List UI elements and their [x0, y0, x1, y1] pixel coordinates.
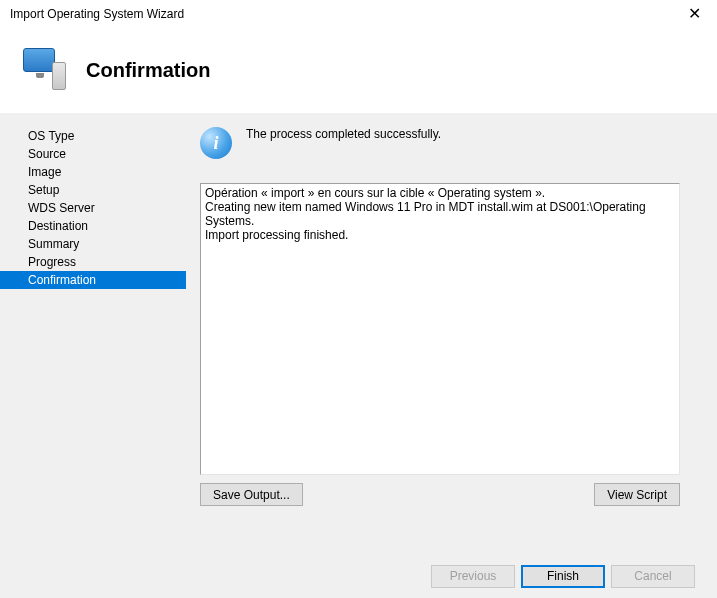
status-text: The process completed successfully. — [246, 127, 441, 141]
sidebar-item-summary[interactable]: Summary — [0, 235, 186, 253]
info-icon: i — [200, 127, 232, 159]
sidebar-item-source[interactable]: Source — [0, 145, 186, 163]
log-output[interactable]: Opération « import » en cours sur la cib… — [200, 183, 680, 475]
view-script-button[interactable]: View Script — [594, 483, 680, 506]
wizard-content: i The process completed successfully. Op… — [186, 113, 717, 570]
sidebar-item-destination[interactable]: Destination — [0, 217, 186, 235]
sidebar-item-os-type[interactable]: OS Type — [0, 127, 186, 145]
save-output-button[interactable]: Save Output... — [200, 483, 303, 506]
status-row: i The process completed successfully. — [200, 127, 695, 159]
cancel-button: Cancel — [611, 565, 695, 588]
sidebar-item-image[interactable]: Image — [0, 163, 186, 181]
page-title: Confirmation — [86, 59, 210, 82]
finish-button[interactable]: Finish — [521, 565, 605, 588]
computer-icon — [20, 46, 68, 94]
wizard-header: Confirmation — [0, 26, 717, 113]
previous-button: Previous — [431, 565, 515, 588]
close-icon[interactable]: ✕ — [682, 6, 707, 22]
wizard-sidebar: OS TypeSourceImageSetupWDS ServerDestina… — [0, 113, 186, 570]
sidebar-item-progress[interactable]: Progress — [0, 253, 186, 271]
sidebar-item-confirmation[interactable]: Confirmation — [0, 271, 186, 289]
sidebar-item-setup[interactable]: Setup — [0, 181, 186, 199]
wizard-body: OS TypeSourceImageSetupWDS ServerDestina… — [0, 113, 717, 570]
window-title: Import Operating System Wizard — [10, 7, 184, 21]
sidebar-item-wds-server[interactable]: WDS Server — [0, 199, 186, 217]
output-buttons: Save Output... View Script — [200, 483, 680, 506]
wizard-footer: Previous Finish Cancel — [0, 554, 717, 598]
titlebar: Import Operating System Wizard ✕ — [0, 0, 717, 26]
